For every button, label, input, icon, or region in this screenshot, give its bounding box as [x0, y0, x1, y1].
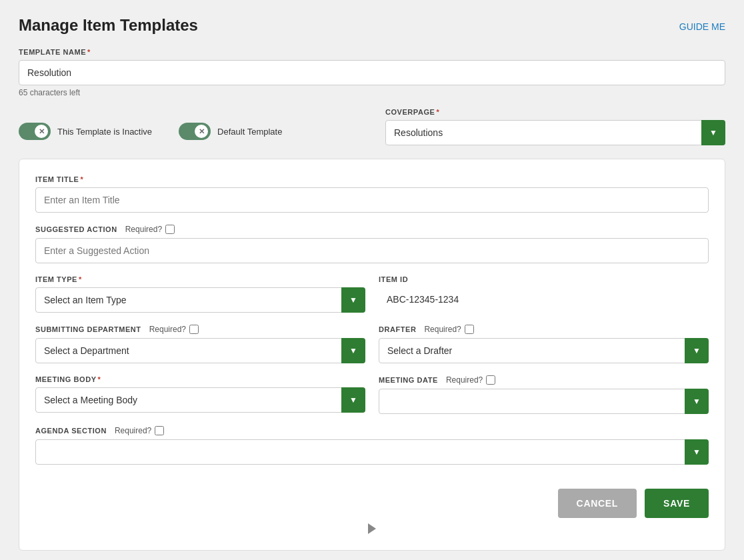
guide-me-link[interactable]: GUIDE ME	[679, 21, 725, 32]
item-title-label: ITEM TITLE*	[35, 175, 709, 183]
item-id-label: ITEM ID	[379, 275, 709, 283]
meeting-date-required-checkbox[interactable]	[486, 375, 495, 385]
item-title-field: ITEM TITLE*	[35, 175, 709, 213]
submitting-dept-required-checkbox[interactable]	[189, 325, 199, 334]
coverpage-select-wrapper: Resolutions ▼	[385, 120, 725, 145]
submitting-dept-required: Required?	[149, 325, 199, 334]
action-buttons: CANCEL SAVE	[35, 478, 709, 518]
suggested-action-label: SUGGESTED ACTION	[35, 225, 117, 233]
meeting-body-label: MEETING BODY*	[35, 375, 365, 383]
agenda-section-required: Required?	[115, 426, 164, 435]
form-card: ITEM TITLE* SUGGESTED ACTION Required? I…	[19, 159, 725, 551]
meeting-date-label: MEETING DATE	[379, 376, 438, 384]
meeting-date-select[interactable]	[379, 389, 709, 414]
submitting-dept-col: SUBMITTING DEPARTMENT Required? Select a…	[35, 325, 365, 363]
drafter-select[interactable]: Select a Drafter	[379, 338, 709, 363]
bottom-chevron	[35, 523, 709, 534]
save-button[interactable]: SAVE	[645, 489, 709, 518]
item-type-item-id-row: ITEM TYPE* Select an Item Type ▼ ITEM ID…	[35, 275, 709, 313]
toggle-x-icon2: ✕	[199, 127, 205, 136]
suggested-action-input[interactable]	[35, 238, 709, 263]
meeting-body-select[interactable]: Select a Meeting Body	[35, 387, 365, 413]
drafter-col: DRAFTER Required? Select a Drafter ▼	[379, 325, 709, 363]
agenda-section-required-checkbox[interactable]	[155, 426, 164, 435]
meeting-body-select-wrapper: Select a Meeting Body ▼	[35, 387, 365, 413]
meeting-date-col: MEETING DATE Required? ▼	[379, 375, 709, 414]
drafter-select-wrapper: Select a Drafter ▼	[379, 338, 709, 363]
item-title-input[interactable]	[35, 187, 709, 213]
agenda-section-field: AGENDA SECTION Required? ▼	[35, 426, 709, 465]
item-type-col: ITEM TYPE* Select an Item Type ▼	[35, 275, 365, 313]
inactive-toggle-group[interactable]: ✕ This Template is Inactive	[19, 123, 152, 140]
drafter-label: DRAFTER	[379, 325, 416, 333]
meeting-date-select-wrapper: ▼	[379, 389, 709, 414]
chevron-right-icon	[368, 523, 376, 534]
submitting-dept-select-wrapper: Select a Department ▼	[35, 338, 365, 363]
meeting-body-date-row: MEETING BODY* Select a Meeting Body ▼ ME…	[35, 375, 709, 414]
agenda-section-select[interactable]	[35, 439, 709, 465]
default-toggle-label: Default Template	[217, 127, 282, 137]
template-name-input[interactable]	[19, 60, 725, 85]
drafter-required: Required?	[424, 325, 473, 334]
coverpage-label: COVERPAGE*	[385, 108, 725, 116]
toggle-x-icon: ✕	[39, 127, 45, 136]
item-id-col: ITEM ID ABC-12345-1234	[379, 275, 709, 313]
dept-drafter-row: SUBMITTING DEPARTMENT Required? Select a…	[35, 325, 709, 363]
default-toggle[interactable]: ✕	[179, 123, 211, 140]
inactive-toggle-label: This Template is Inactive	[57, 127, 152, 137]
item-type-select[interactable]: Select an Item Type	[35, 287, 365, 313]
meeting-date-required: Required?	[446, 375, 495, 385]
suggested-action-field: SUGGESTED ACTION Required?	[35, 225, 709, 263]
default-toggle-group[interactable]: ✕ Default Template	[179, 123, 282, 140]
item-id-value: ABC-12345-1234	[379, 287, 709, 311]
page-title: Manage Item Templates	[19, 16, 198, 35]
coverpage-select[interactable]: Resolutions	[385, 120, 725, 145]
meeting-body-col: MEETING BODY* Select a Meeting Body ▼	[35, 375, 365, 414]
agenda-section-select-wrapper: ▼	[35, 439, 709, 465]
chars-left: 65 characters left	[19, 88, 725, 97]
inactive-toggle[interactable]: ✕	[19, 123, 51, 140]
item-type-select-wrapper: Select an Item Type ▼	[35, 287, 365, 313]
item-type-label: ITEM TYPE*	[35, 275, 365, 283]
cancel-button[interactable]: CANCEL	[558, 489, 637, 518]
submitting-dept-select[interactable]: Select a Department	[35, 338, 365, 363]
submitting-dept-label: SUBMITTING DEPARTMENT	[35, 325, 141, 333]
agenda-section-label: AGENDA SECTION	[35, 427, 107, 435]
template-name-label: TEMPLATE NAME*	[19, 48, 725, 56]
drafter-required-checkbox[interactable]	[465, 325, 474, 334]
suggested-action-required: Required?	[125, 225, 175, 234]
suggested-action-required-checkbox[interactable]	[165, 225, 175, 234]
